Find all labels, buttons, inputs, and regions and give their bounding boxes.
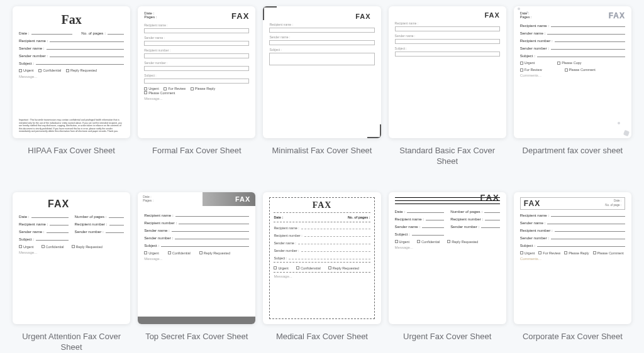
fax-logo: FAX: [269, 13, 370, 20]
fax-logo: FAX: [231, 11, 249, 21]
template-title: Top Secret Fax Cover Sheet: [145, 332, 248, 342]
template-preview: FAX Date :No. of page : Recipient name :…: [514, 192, 631, 324]
template-title: Corporate Fax Cover Sheet: [523, 332, 623, 342]
template-title: Department fax cover sheet: [523, 146, 623, 156]
template-preview: Date :Pages : FAX Recipient name : Sende…: [514, 6, 631, 138]
fax-logo: FAX: [138, 192, 255, 206]
fax-logo: FAX: [524, 199, 540, 208]
template-title: Urgent Fax Cover Sheet: [403, 332, 491, 342]
template-preview: Date :Pages : FAX Recipient name : Sende…: [138, 6, 255, 138]
template-item-corporate[interactable]: FAX Date :No. of page : Recipient name :…: [514, 192, 631, 353]
template-preview: Date :Pages : FAX Recipient name : Recip…: [138, 192, 255, 324]
template-item-urgent-attention[interactable]: FAX Date : Recipient name : Sender name …: [13, 192, 130, 353]
template-preview: FAX Date : Recipient name : Sender name …: [13, 192, 130, 324]
template-item-urgent[interactable]: FAX Date : Recipient name : Sender name …: [389, 192, 506, 353]
template-item-department[interactable]: Date :Pages : FAX Recipient name : Sende…: [514, 6, 631, 167]
template-grid: Fax Date :No. of pages : Recipient name …: [13, 6, 631, 353]
template-title: Formal Fax Cover Sheet: [152, 146, 242, 156]
template-item-hipaa[interactable]: Fax Date :No. of pages : Recipient name …: [13, 6, 130, 167]
footer-bar: [138, 317, 255, 324]
corner-decoration: [367, 124, 381, 138]
fax-logo: FAX: [48, 198, 124, 210]
fax-logo: FAX: [274, 200, 370, 210]
template-item-top-secret[interactable]: Date :Pages : FAX Recipient name : Recip…: [138, 192, 255, 353]
template-title: Urgent Attention Fax Cover Sheet: [13, 332, 130, 353]
template-item-formal[interactable]: Date :Pages : FAX Recipient name : Sende…: [138, 6, 255, 167]
template-preview: FAX Date : Recipient name : Sender name …: [389, 192, 506, 324]
fax-logo: FAX: [395, 193, 500, 202]
template-item-standard[interactable]: FAX Recipient name : Sender name : Subje…: [389, 6, 506, 167]
fax-logo: Fax: [19, 13, 124, 27]
template-title: HIPAA Fax Cover Sheet: [28, 146, 115, 156]
template-item-medical[interactable]: FAX Date :No. of pages : Recipient name …: [263, 192, 380, 353]
template-preview: FAX Recipient name : Sender name : Subje…: [389, 6, 506, 138]
template-title: Standard Basic Fax Cover Sheet: [389, 146, 506, 167]
fax-logo: FAX: [395, 11, 500, 19]
corner-decoration: [263, 6, 277, 20]
fax-logo: FAX: [609, 11, 625, 20]
template-item-minimalist[interactable]: FAX Recipient name : Sender name : Subje…: [263, 6, 380, 167]
template-title: Medical Fax Cover Sheet: [276, 332, 368, 342]
hipaa-disclaimer: Important : This facsimile transmission …: [19, 119, 124, 133]
template-title: Minimalist Fax Cover Sheet: [272, 146, 372, 156]
template-preview: FAX Date :No. of pages : Recipient name …: [263, 192, 380, 324]
template-preview: Fax Date :No. of pages : Recipient name …: [13, 6, 130, 138]
template-preview: FAX Recipient name : Sender name : Subje…: [263, 6, 380, 138]
